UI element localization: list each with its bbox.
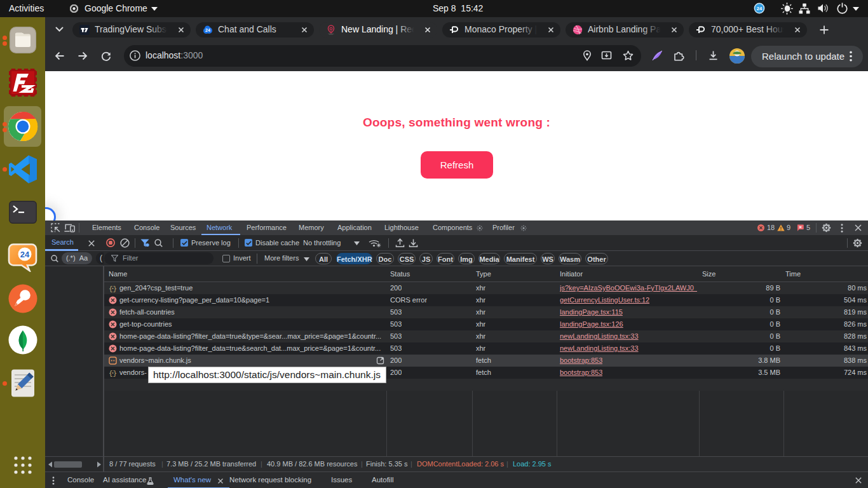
- svg-text:24: 24: [757, 6, 763, 11]
- svg-text:24: 24: [205, 28, 210, 32]
- svg-text:24: 24: [20, 250, 30, 259]
